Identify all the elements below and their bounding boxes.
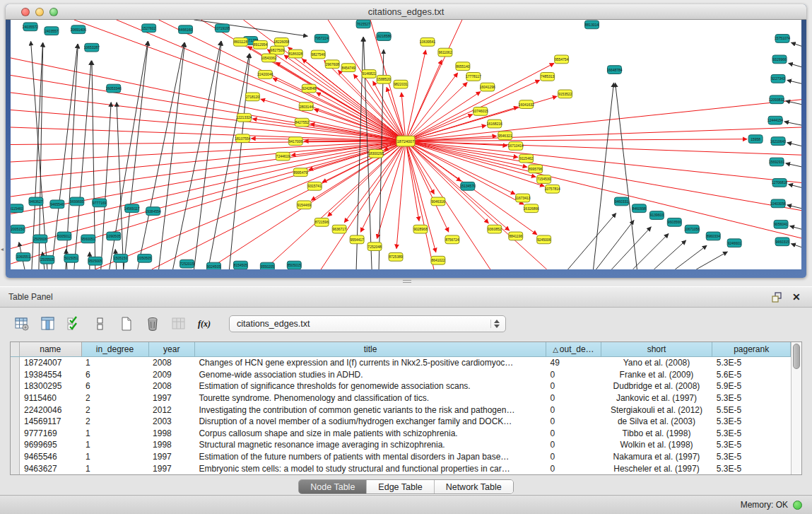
table-row[interactable]: 1456911722003Disruption of a novel membe…	[11, 416, 791, 428]
graph-node[interactable]: 16326866	[524, 204, 539, 213]
cell-out_de[interactable]: 0	[546, 380, 601, 392]
graph-node[interactable]: 9227343	[771, 74, 785, 83]
graph-node[interactable]: 18107554	[235, 134, 250, 143]
cell-in_degree[interactable]: 1	[81, 462, 148, 474]
cell-title[interactable]: Estimation of the future numbers of pati…	[194, 451, 546, 463]
graph-node[interactable]: 7252048	[367, 243, 382, 251]
cell-name[interactable]: 9465546	[20, 451, 82, 463]
table-settings-icon[interactable]	[13, 315, 31, 333]
graph-node[interactable]: 9139603	[649, 211, 664, 220]
graph-node[interactable]: 8154505	[233, 261, 247, 269]
cell-out_de[interactable]: 0	[546, 404, 601, 416]
graph-node[interactable]: 16710414	[508, 142, 524, 151]
graph-node[interactable]: 7244619	[276, 152, 290, 160]
cell-year[interactable]: 2009	[148, 368, 194, 380]
graph-node[interactable]: 9699695	[70, 197, 84, 206]
graph-node[interactable]: 2005150	[11, 225, 25, 233]
new-document-icon[interactable]	[117, 315, 136, 333]
graph-node[interactable]: 9636717	[332, 225, 346, 233]
cell-short[interactable]: Tibbo et al. (1998)	[601, 427, 712, 439]
cell-out_de[interactable]: 0	[546, 462, 601, 474]
graph-node[interactable]: 9056041	[774, 220, 788, 228]
graph-node[interactable]: 9463627	[29, 197, 43, 206]
graph-node[interactable]: 8721596	[314, 218, 329, 226]
graph-node[interactable]: 7485313	[541, 73, 555, 81]
graph-node[interactable]: 6466160	[179, 25, 193, 34]
graph-node[interactable]: 9550205	[260, 262, 274, 269]
graph-node[interactable]: 5015051	[64, 254, 78, 262]
scrollbar-thumb[interactable]	[793, 344, 800, 369]
table-row[interactable]: 1872400712008Changes of HCN gene express…	[11, 357, 791, 369]
cell-name[interactable]: 9777169	[20, 427, 82, 439]
panel-collapse-arrow-icon[interactable]: ◂	[1, 246, 4, 252]
cell-pagerank[interactable]: 5.3E-5	[712, 392, 791, 404]
graph-node[interactable]: 12706818	[772, 179, 787, 187]
network-table-select[interactable]: citations_edges.txt	[229, 315, 506, 332]
cell-in_degree[interactable]: 6	[81, 380, 148, 392]
delete-icon[interactable]	[143, 315, 162, 333]
graph-node[interactable]: 5005012	[57, 232, 71, 240]
cell-name[interactable]: 9699695	[20, 439, 82, 451]
graph-node[interactable]: 9153522	[558, 90, 572, 98]
graph-node[interactable]: 10757814	[545, 185, 560, 193]
cell-out_de[interactable]: 0	[546, 416, 601, 428]
graph-node[interactable]: 16041296	[480, 83, 495, 91]
graph-node[interactable]: 15692931	[769, 158, 784, 166]
graph-node[interactable]: 8460998	[632, 204, 646, 213]
tab-node-table[interactable]: Node Table	[299, 480, 367, 493]
graph-node[interactable]: 9465546	[50, 200, 64, 209]
table-scrollbar[interactable]	[791, 342, 801, 474]
column-header-name[interactable]: name	[20, 342, 82, 357]
graph-node[interactable]: 14569117	[124, 204, 140, 213]
cell-title[interactable]: Genome-wide association studies in ADHD.	[194, 368, 546, 380]
cell-name[interactable]: 19384554	[20, 368, 82, 380]
cell-title[interactable]: Structural magnetic resonance image aver…	[194, 439, 546, 451]
cell-out_de[interactable]: 49	[546, 357, 601, 369]
cell-in_degree[interactable]: 2	[81, 416, 148, 428]
cell-in_degree[interactable]: 1	[81, 357, 148, 369]
graph-node[interactable]: 12213324	[236, 113, 252, 122]
graph-node[interactable]: 9360852	[488, 225, 502, 233]
graph-node[interactable]: 22420046	[257, 71, 273, 79]
cell-short[interactable]: Nakamura et al. (1997)	[601, 451, 712, 463]
graph-node[interactable]: 9024505	[207, 262, 221, 269]
graph-node[interactable]: 18226058	[273, 37, 289, 46]
graph-node[interactable]: 9154469	[297, 201, 311, 209]
graph-node[interactable]: 2718120	[245, 93, 259, 101]
cell-pagerank[interactable]: 5.3E-5	[712, 462, 791, 474]
close-panel-icon[interactable]: ✕	[792, 291, 804, 303]
column-header-year[interactable]: year	[148, 342, 194, 357]
graph-node[interactable]: 8813014	[585, 21, 599, 29]
graph-node[interactable]: 9554417	[350, 235, 364, 244]
cell-short[interactable]: Jankovic et al. (1997)	[601, 392, 712, 404]
cell-name[interactable]: 18724007	[20, 357, 82, 369]
column-header-short[interactable]: short	[601, 342, 712, 357]
cell-short[interactable]: Dudbridge et al. (2008)	[601, 380, 712, 392]
cell-year[interactable]: 2008	[148, 380, 194, 392]
graph-node[interactable]: 9554754	[555, 55, 569, 64]
graph-node[interactable]: 8841196	[509, 232, 523, 240]
graph-node[interactable]: 11673413	[515, 194, 531, 202]
graph-node[interactable]: 12444154	[767, 116, 783, 124]
graph-node[interactable]: 9417006	[288, 137, 302, 146]
cell-year[interactable]: 1998	[148, 427, 194, 439]
graph-node[interactable]: 2505606	[33, 235, 47, 243]
cell-in_degree[interactable]: 2	[81, 404, 148, 416]
graph-node[interactable]: 24035572	[23, 23, 38, 31]
graph-node[interactable]: 9246601	[727, 239, 741, 247]
graph-node[interactable]: 9777169	[93, 199, 107, 207]
column-header-pagerank[interactable]: pagerank	[712, 342, 791, 357]
graph-node[interactable]: 9115460	[11, 204, 23, 213]
graph-node[interactable]: 9460315	[775, 238, 789, 246]
cell-pagerank[interactable]: 5.9E-5	[712, 380, 791, 392]
column-header-out_de[interactable]: △out_de…	[546, 342, 601, 357]
graph-node[interactable]: 15751074	[775, 35, 790, 43]
table-row[interactable]: 2242004622012Investigating the contribut…	[11, 404, 791, 416]
cell-short[interactable]: de Silva et al. (2003)	[601, 416, 712, 428]
cell-out_de[interactable]: 0	[546, 427, 601, 439]
cell-short[interactable]: Franke et al. (2009)	[601, 368, 712, 380]
splitter-grip-icon[interactable]	[403, 280, 411, 284]
table-row[interactable]: 911546021997Tourette syndrome. Phenomeno…	[11, 392, 791, 404]
table-row[interactable]: 1830029562008Estimation of significance …	[11, 380, 791, 392]
cell-in_degree[interactable]: 1	[81, 439, 148, 451]
